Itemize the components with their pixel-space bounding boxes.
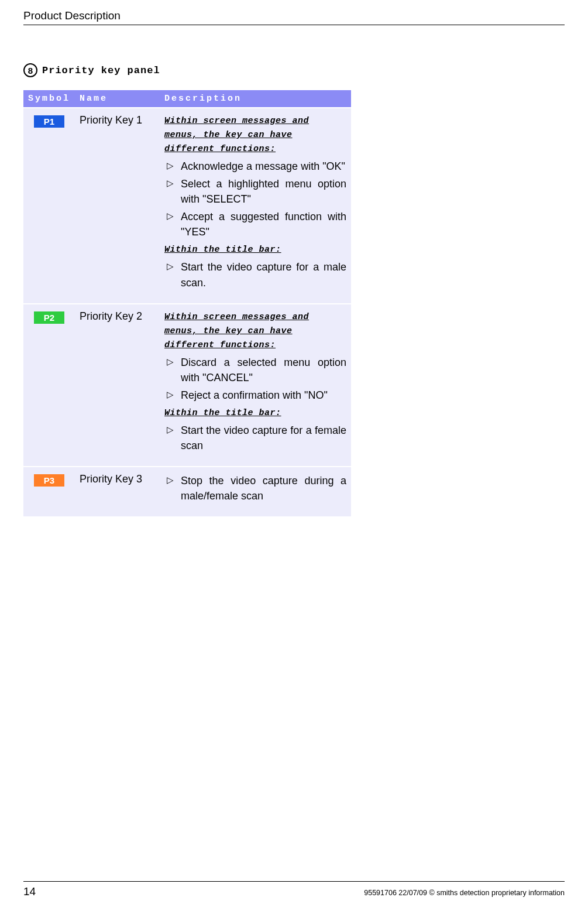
name-cell: Priority Key 3 (75, 467, 160, 516)
table-row: P3Priority Key 3Stop the video capture d… (23, 467, 351, 516)
description-list: Acknowledge a message with "OK"Select a … (164, 159, 346, 239)
description-list: Start the video capture for a female sca… (164, 423, 346, 453)
priority-key-table: Symbol Name Description P1Priority Key 1… (23, 90, 351, 516)
page-number: 14 (23, 885, 36, 898)
description-heading: Within screen messages and menus, the ke… (164, 310, 346, 352)
symbol-cell: P2 (23, 304, 75, 467)
description-list: Stop the video capture during a male/fem… (164, 473, 346, 504)
priority-badge-icon: P2 (34, 311, 64, 324)
section-title-row: 8 Priority key panel (23, 63, 160, 77)
list-item: Stop the video capture during a male/fem… (164, 473, 346, 504)
page-header: Product Description (23, 9, 565, 25)
list-item: Accept a suggested function with "YES" (164, 209, 346, 239)
priority-key-table-wrap: Symbol Name Description P1Priority Key 1… (23, 90, 351, 516)
header-title: Product Description (23, 9, 121, 22)
description-heading: Within screen messages and menus, the ke… (164, 114, 346, 156)
list-item: Start the video capture for a male scan. (164, 259, 346, 290)
description-list: Start the video capture for a male scan. (164, 259, 346, 290)
page-footer: 14 95591706 22/07/09 © smiths detection … (23, 881, 565, 898)
list-item: Start the video capture for a female sca… (164, 423, 346, 453)
name-cell: Priority Key 1 (75, 108, 160, 304)
description-cell: Stop the video capture during a male/fem… (160, 467, 351, 516)
list-item: Select a highlighted menu option with "S… (164, 176, 346, 207)
symbol-cell: P3 (23, 467, 75, 516)
list-item: Discard a selected menu option with "CAN… (164, 355, 346, 385)
description-list: Discard a selected menu option with "CAN… (164, 355, 346, 403)
name-cell: Priority Key 2 (75, 304, 160, 467)
description-heading: Within the title bar: (164, 406, 346, 420)
table-row: P2Priority Key 2Within screen messages a… (23, 304, 351, 467)
description-heading: Within the title bar: (164, 243, 346, 257)
priority-badge-icon: P1 (34, 115, 64, 128)
col-name: Name (75, 90, 160, 108)
list-item: Reject a confirmation with "NO" (164, 388, 346, 403)
description-cell: Within screen messages and menus, the ke… (160, 108, 351, 304)
description-cell: Within screen messages and menus, the ke… (160, 304, 351, 467)
col-description: Description (160, 90, 351, 108)
section-number-icon: 8 (23, 63, 37, 77)
footer-copyright: 95591706 22/07/09 © smiths detection pro… (364, 889, 565, 897)
list-item: Acknowledge a message with "OK" (164, 159, 346, 174)
col-symbol: Symbol (23, 90, 75, 108)
priority-badge-icon: P3 (34, 474, 64, 487)
symbol-cell: P1 (23, 108, 75, 304)
section-title: Priority key panel (42, 65, 160, 76)
table-header-row: Symbol Name Description (23, 90, 351, 108)
table-row: P1Priority Key 1Within screen messages a… (23, 108, 351, 304)
